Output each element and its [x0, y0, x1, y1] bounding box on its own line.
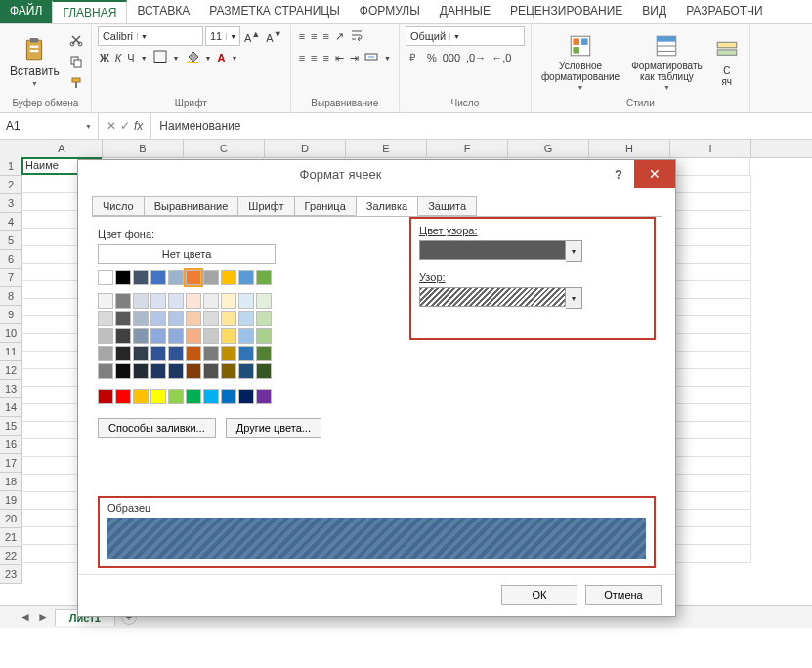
column-header[interactable]: A — [21, 140, 103, 157]
increase-indent-button[interactable]: ⇥ — [348, 50, 361, 66]
tab-file[interactable]: ФАЙЛ — [0, 0, 52, 23]
column-header[interactable]: F — [427, 140, 508, 157]
color-swatch[interactable] — [186, 293, 201, 309]
cell[interactable] — [670, 228, 751, 246]
color-swatch[interactable] — [133, 311, 149, 326]
color-swatch[interactable] — [256, 311, 272, 326]
row-header[interactable]: 2 — [0, 176, 21, 194]
color-swatch[interactable] — [221, 389, 236, 404]
color-swatch[interactable] — [256, 363, 272, 379]
underline-button[interactable]: Ч — [125, 50, 136, 65]
cell[interactable] — [670, 456, 751, 475]
row-header[interactable]: 14 — [0, 398, 21, 417]
cancel-icon[interactable]: ✕ — [107, 119, 116, 133]
color-swatch[interactable] — [203, 270, 219, 285]
currency-button[interactable]: ₽ — [406, 48, 423, 67]
color-swatch[interactable] — [133, 293, 149, 309]
cell[interactable] — [670, 280, 751, 299]
color-swatch[interactable] — [203, 328, 219, 344]
row-header[interactable]: 18 — [0, 473, 21, 491]
tab-view[interactable]: ВИД — [632, 0, 676, 23]
color-swatch[interactable] — [203, 389, 219, 404]
color-swatch[interactable] — [168, 346, 184, 361]
color-swatch[interactable] — [221, 311, 236, 326]
cell[interactable] — [670, 263, 751, 281]
color-swatch[interactable] — [150, 270, 166, 285]
color-swatch[interactable] — [256, 293, 272, 309]
color-swatch[interactable] — [98, 293, 113, 309]
column-header[interactable]: C — [184, 140, 265, 157]
cell[interactable] — [670, 509, 751, 527]
row-header[interactable]: 4 — [0, 213, 21, 231]
close-button[interactable]: ✕ — [634, 160, 675, 188]
color-swatch[interactable] — [133, 346, 149, 361]
row-header[interactable]: 21 — [0, 528, 21, 547]
grow-font-button[interactable]: A▲ — [242, 27, 262, 46]
color-swatch[interactable] — [186, 363, 201, 379]
align-top-button[interactable]: ≡ — [297, 28, 307, 44]
column-header[interactable]: H — [589, 140, 670, 157]
copy-button[interactable] — [67, 53, 85, 72]
color-swatch[interactable] — [238, 346, 254, 361]
color-swatch[interactable] — [115, 363, 131, 379]
color-swatch[interactable] — [98, 311, 113, 326]
cell[interactable] — [670, 351, 751, 369]
fill-color-button[interactable] — [184, 48, 201, 67]
color-swatch[interactable] — [98, 389, 113, 404]
formula-input[interactable]: Наименование — [151, 119, 812, 133]
color-swatch[interactable] — [221, 328, 236, 344]
cell[interactable] — [670, 474, 751, 492]
color-swatch[interactable] — [168, 328, 184, 344]
cell[interactable] — [670, 491, 751, 510]
merge-button[interactable] — [363, 48, 380, 67]
color-swatch[interactable] — [98, 270, 113, 285]
row-header[interactable]: 3 — [0, 194, 21, 213]
cell[interactable] — [670, 333, 751, 352]
wrap-text-button[interactable] — [348, 26, 365, 46]
align-right-button[interactable]: ≡ — [321, 50, 331, 65]
color-swatch[interactable] — [115, 328, 131, 344]
color-swatch[interactable] — [133, 389, 149, 404]
cell[interactable] — [670, 368, 751, 387]
column-header[interactable]: I — [670, 140, 751, 157]
color-swatch[interactable] — [115, 270, 131, 285]
percent-button[interactable]: % — [425, 50, 439, 65]
color-swatch[interactable] — [221, 293, 236, 309]
cell[interactable] — [670, 544, 751, 563]
color-swatch[interactable] — [150, 328, 166, 344]
cell[interactable] — [670, 192, 751, 211]
chevron-down-icon[interactable]: ▼ — [382, 53, 393, 63]
cell-styles-button[interactable]: С яч — [710, 36, 744, 89]
color-swatch[interactable] — [203, 311, 219, 326]
color-swatch[interactable] — [256, 328, 272, 344]
comma-button[interactable]: 000 — [441, 50, 462, 65]
row-header[interactable]: 15 — [0, 417, 21, 436]
fill-effects-button[interactable]: Способы заливки... — [98, 418, 216, 438]
color-swatch[interactable] — [256, 389, 272, 404]
sheet-nav-prev[interactable]: ◄ — [20, 610, 31, 624]
color-swatch[interactable] — [186, 389, 201, 404]
ok-button[interactable]: ОК — [501, 585, 577, 605]
row-header[interactable]: 23 — [0, 565, 21, 584]
row-header[interactable]: 10 — [0, 324, 21, 343]
cancel-button[interactable]: Отмена — [585, 585, 662, 605]
chevron-down-icon[interactable]: ▼ — [139, 53, 150, 63]
color-swatch[interactable] — [238, 270, 254, 285]
orientation-button[interactable]: ↗ — [333, 28, 346, 45]
color-swatch[interactable] — [133, 363, 149, 379]
format-painter-button[interactable] — [67, 74, 85, 94]
tab-review[interactable]: РЕЦЕНЗИРОВАНИЕ — [500, 0, 632, 23]
color-swatch[interactable] — [221, 346, 236, 361]
help-button[interactable]: ? — [603, 167, 634, 182]
color-swatch[interactable] — [115, 346, 131, 361]
dlg-tab-border[interactable]: Граница — [294, 196, 357, 216]
row-header[interactable]: 22 — [0, 547, 21, 565]
conditional-formatting-button[interactable]: Условное форматирование ▼ — [537, 31, 623, 93]
cut-button[interactable] — [67, 31, 85, 51]
border-button[interactable] — [151, 48, 169, 67]
color-swatch[interactable] — [98, 363, 113, 379]
dlg-tab-protection[interactable]: Защита — [417, 196, 477, 216]
select-all-corner[interactable] — [0, 140, 22, 158]
row-header[interactable]: 13 — [0, 380, 21, 398]
font-size-combo[interactable]: 11▼ — [205, 26, 240, 46]
